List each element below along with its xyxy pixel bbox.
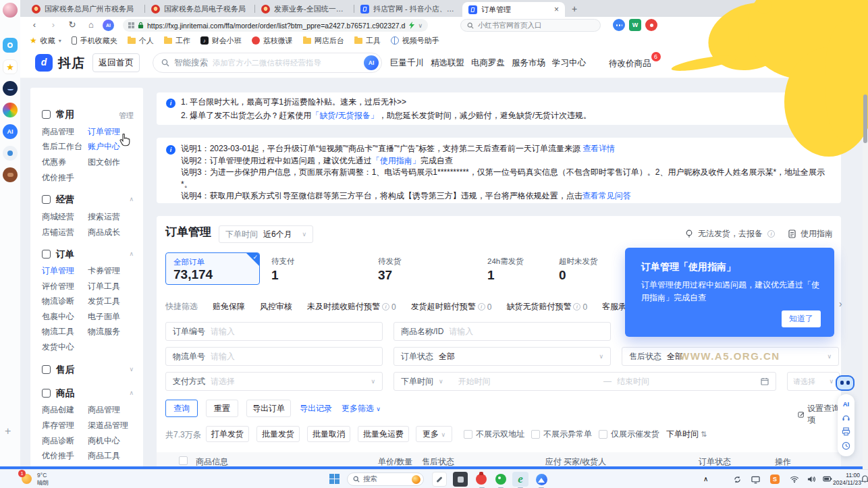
info-icon[interactable]: i xyxy=(767,230,775,238)
stat-24h-ship[interactable]: 24h需发货1 xyxy=(487,256,524,283)
printer-icon[interactable] xyxy=(842,427,850,436)
order-status-select[interactable]: 订单状态全部 ∨ xyxy=(394,347,611,366)
taskbar-search[interactable]: 搜索 xyxy=(347,472,424,486)
bookmark-shop-admin[interactable]: 网店后台 xyxy=(303,36,344,46)
user-avatar[interactable] xyxy=(3,3,18,18)
sidebar-item[interactable]: 卡券管理 xyxy=(88,265,120,277)
collapse-icon[interactable]: ∧ xyxy=(129,389,134,396)
sidebar-item[interactable]: 图文创作 xyxy=(88,157,120,168)
hide-abnormal-checkbox[interactable]: 不展示异常单 xyxy=(531,429,592,440)
nav-luopan[interactable]: 电商罗盘 xyxy=(471,57,505,69)
sidebar-item[interactable]: 渠道品管理 xyxy=(88,420,128,431)
quick-filter-item[interactable]: 赔免保障 xyxy=(213,301,245,313)
smart-search-box[interactable]: 智能搜索 添加官方小二微信获得经营指导 AI xyxy=(153,53,382,73)
sidebar-item[interactable]: 发货工具 xyxy=(88,296,120,307)
browser-tab-3[interactable]: 发票业务-全国统一规范电子税局 xyxy=(255,1,354,17)
nav-qianchuan[interactable]: 巨量千川 xyxy=(390,57,424,69)
start-time-placeholder[interactable]: 开始时间 xyxy=(458,376,491,387)
browser-tab-4[interactable]: 抖店官网 - 抖音小店、抖音电商 xyxy=(354,1,462,17)
sidebar-item[interactable]: 店铺运营 xyxy=(42,227,74,238)
sidebar-item[interactable]: 包裹中心 xyxy=(42,311,74,323)
wifi-icon[interactable] xyxy=(790,475,799,483)
stockout-report-link[interactable]: 「缺货/无货报备」 xyxy=(311,111,378,120)
sidebar-item-active[interactable]: 订单管理 xyxy=(42,265,74,277)
sidebar-item[interactable]: 商城经营 xyxy=(42,211,74,223)
bookmark-video[interactable]: 视频号助手 xyxy=(391,36,439,46)
wps-extension-icon[interactable]: W xyxy=(629,19,641,31)
clock-icon[interactable] xyxy=(842,441,850,450)
stat-pending-pay[interactable]: 待支付1 xyxy=(271,256,295,283)
nav-lianmeng[interactable]: 精选联盟 xyxy=(431,57,464,69)
dock-ai-icon[interactable]: AI xyxy=(3,124,18,139)
bookmark-favorites[interactable]: ★收藏▾ xyxy=(30,36,61,46)
extension-icon-2[interactable] xyxy=(645,19,657,31)
sidebar-item[interactable]: 商品诊断 xyxy=(42,435,74,447)
dock-app-icon-5[interactable] xyxy=(3,167,18,182)
assistant-robot-icon[interactable] xyxy=(834,374,856,393)
sidebar-item[interactable]: 订单管理 xyxy=(88,126,120,138)
start-button[interactable] xyxy=(329,474,340,484)
manage-link[interactable]: 管理 xyxy=(119,111,134,121)
checkbox[interactable] xyxy=(599,430,607,439)
expand-icon[interactable]: ∨ xyxy=(129,366,134,373)
battery-icon[interactable] xyxy=(823,475,832,483)
taskbar-app-notes[interactable] xyxy=(432,472,447,487)
bookmark-lizhi[interactable]: 荔枝微课 xyxy=(252,36,293,46)
pending-price-link[interactable]: 待改价商品 6 xyxy=(609,58,651,70)
nav-xuexi[interactable]: 学习中心 xyxy=(552,57,586,69)
sidebar-item[interactable]: 商品工具 xyxy=(88,450,120,462)
sidebar-item[interactable]: 订单工具 xyxy=(88,281,120,292)
popup-ok-button[interactable]: 知道了 xyxy=(782,310,821,327)
weather-icon[interactable]: 1 xyxy=(20,472,34,485)
extra-filter-select[interactable]: 请选择 ∨ xyxy=(787,372,840,391)
usage-guide-link[interactable]: 使用指南 xyxy=(801,228,833,240)
view-details-link[interactable]: 查看详情 xyxy=(582,144,615,153)
taskbar-app-files[interactable] xyxy=(453,472,468,487)
quick-filter-item[interactable]: 发货超时赔付预警i0 xyxy=(411,301,492,313)
tray-expand-icon[interactable]: ∧ xyxy=(703,475,708,483)
query-button[interactable]: 查询 xyxy=(165,400,198,417)
stat-all-orders[interactable]: 全部订单 73,174 ✓ xyxy=(165,252,260,285)
favorites-star-icon[interactable]: ★ xyxy=(3,59,18,74)
dock-add-icon[interactable]: + xyxy=(5,425,11,437)
stat-overdue[interactable]: 超时未发货0 xyxy=(559,256,598,283)
address-bar[interactable]: https://fxg.jinritemai.com/ffa/morder/or… xyxy=(123,19,428,32)
faq-link[interactable]: 查看常见问答 xyxy=(582,191,631,200)
volume-icon[interactable] xyxy=(807,475,816,483)
lightning-icon[interactable] xyxy=(409,22,414,29)
taskbar-app-green[interactable] xyxy=(493,472,508,487)
scroll-right-icon[interactable]: › xyxy=(839,298,842,309)
headset-icon[interactable] xyxy=(842,413,850,422)
search-ai-icon[interactable]: AI xyxy=(364,55,379,70)
sidebar-item[interactable]: 账户中心 xyxy=(88,141,120,153)
tab-close-icon[interactable]: × xyxy=(554,5,559,14)
sidebar-item[interactable]: 商品管理 xyxy=(42,126,74,138)
bookmark-tools[interactable]: 工具 xyxy=(354,36,381,46)
scrollbar-thumb[interactable] xyxy=(863,94,867,143)
device-icon[interactable] xyxy=(751,475,760,484)
sidebar-item[interactable]: 发货中心 xyxy=(42,342,74,353)
sidebar-item[interactable]: 评价管理 xyxy=(42,281,74,292)
browser-tab-2[interactable]: 国家税务总局电子税务局 xyxy=(145,1,254,17)
collapse-icon[interactable]: ∧ xyxy=(129,196,134,202)
address-chevron-icon[interactable]: ∨ xyxy=(418,22,423,29)
sogou-tray-icon[interactable]: S xyxy=(770,475,780,484)
checkbox[interactable] xyxy=(531,430,540,439)
usage-guide-link[interactable]: 「使用指南」 xyxy=(372,156,421,165)
sidebar-item[interactable]: 商品创建 xyxy=(42,404,74,416)
stat-pending-ship[interactable]: 待发货37 xyxy=(378,256,402,283)
tracking-no-field[interactable]: 物流单号请输入 xyxy=(165,347,383,366)
taskbar-app-quark[interactable] xyxy=(534,472,549,487)
sidebar-item[interactable]: 优价推手 xyxy=(42,172,74,184)
print-ship-button[interactable]: 打单发货 xyxy=(206,426,249,442)
weather-widget[interactable]: 9°C 晴朗 xyxy=(37,472,49,486)
pay-method-select[interactable]: 支付方式请选择 ∨ xyxy=(165,372,383,391)
order-time-filter[interactable]: 下单时间 ∨ 开始时间 — 结束时间 xyxy=(394,372,776,391)
sidebar-item[interactable]: 优惠券 xyxy=(42,157,66,168)
quick-filter-item[interactable]: 风控审核 xyxy=(260,301,292,313)
sidebar-item[interactable]: 优价推手 xyxy=(42,450,74,462)
sidebar-item[interactable]: 物流工具 xyxy=(42,326,74,337)
url-text[interactable]: https://fxg.jinritemai.com/ffa/morder/or… xyxy=(147,22,406,30)
dock-app-icon-1[interactable] xyxy=(3,38,18,53)
order-no-field[interactable]: 订单编号请输入 xyxy=(165,322,383,341)
